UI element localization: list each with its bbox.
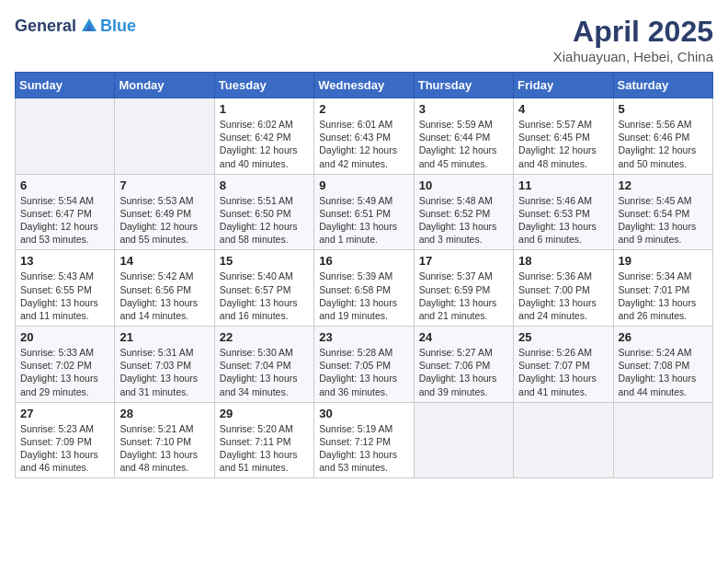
day-number: 18: [518, 254, 608, 268]
logo-general-text: General: [15, 17, 76, 36]
calendar-cell: 20Sunrise: 5:33 AMSunset: 7:02 PMDayligh…: [16, 327, 115, 403]
calendar-cell: 26Sunrise: 5:24 AMSunset: 7:08 PMDayligh…: [613, 327, 712, 403]
weekday-header-monday: Monday: [115, 73, 214, 98]
logo-icon: [78, 15, 100, 37]
day-info: Sunrise: 5:30 AMSunset: 7:04 PMDaylight:…: [220, 346, 309, 398]
calendar-cell: 13Sunrise: 5:43 AMSunset: 6:55 PMDayligh…: [16, 250, 115, 327]
logo: General Blue: [15, 15, 136, 37]
day-info: Sunrise: 5:23 AMSunset: 7:09 PMDaylight:…: [20, 422, 109, 475]
calendar-week-row: 1Sunrise: 6:02 AMSunset: 6:42 PMDaylight…: [16, 98, 713, 175]
weekday-header-sunday: Sunday: [16, 73, 115, 98]
day-info: Sunrise: 5:40 AMSunset: 6:57 PMDaylight:…: [220, 270, 309, 322]
day-number: 7: [119, 178, 209, 192]
weekday-header-row: SundayMondayTuesdayWednesdayThursdayFrid…: [16, 73, 713, 98]
calendar-week-row: 20Sunrise: 5:33 AMSunset: 7:02 PMDayligh…: [16, 327, 713, 403]
day-number: 17: [419, 254, 508, 268]
calendar-cell: 2Sunrise: 6:01 AMSunset: 6:43 PMDaylight…: [314, 98, 414, 175]
month-title: April 2025: [553, 15, 713, 49]
title-block: April 2025 Xiahuayuan, Hebei, China: [553, 15, 713, 64]
calendar-cell: 16Sunrise: 5:39 AMSunset: 6:58 PMDayligh…: [314, 250, 414, 327]
day-info: Sunrise: 5:33 AMSunset: 7:02 PMDaylight:…: [20, 346, 109, 398]
day-info: Sunrise: 5:26 AMSunset: 7:07 PMDaylight:…: [518, 346, 608, 398]
day-number: 2: [319, 102, 408, 116]
day-number: 8: [220, 178, 309, 192]
calendar-cell: 4Sunrise: 5:57 AMSunset: 6:45 PMDaylight…: [514, 98, 613, 175]
calendar-cell: 17Sunrise: 5:37 AMSunset: 6:59 PMDayligh…: [414, 250, 513, 327]
day-info: Sunrise: 5:49 AMSunset: 6:51 PMDaylight:…: [319, 194, 408, 247]
day-number: 3: [419, 102, 508, 116]
day-info: Sunrise: 5:31 AMSunset: 7:03 PMDaylight:…: [119, 346, 209, 398]
day-info: Sunrise: 6:02 AMSunset: 6:42 PMDaylight:…: [220, 118, 309, 170]
calendar-week-row: 27Sunrise: 5:23 AMSunset: 7:09 PMDayligh…: [16, 402, 713, 478]
day-info: Sunrise: 5:57 AMSunset: 6:45 PMDaylight:…: [518, 118, 608, 170]
calendar-cell: 11Sunrise: 5:46 AMSunset: 6:53 PMDayligh…: [514, 174, 613, 250]
day-number: 25: [518, 330, 608, 344]
calendar-cell: 27Sunrise: 5:23 AMSunset: 7:09 PMDayligh…: [16, 402, 115, 478]
day-info: Sunrise: 5:36 AMSunset: 7:00 PMDaylight:…: [518, 270, 608, 322]
calendar-cell: [514, 402, 613, 478]
calendar-cell: 29Sunrise: 5:20 AMSunset: 7:11 PMDayligh…: [214, 402, 313, 478]
calendar-cell: 8Sunrise: 5:51 AMSunset: 6:50 PMDaylight…: [214, 174, 313, 250]
calendar-header: SundayMondayTuesdayWednesdayThursdayFrid…: [16, 73, 713, 98]
calendar-cell: 10Sunrise: 5:48 AMSunset: 6:52 PMDayligh…: [414, 174, 513, 250]
day-number: 15: [220, 254, 309, 268]
day-info: Sunrise: 5:28 AMSunset: 7:05 PMDaylight:…: [319, 346, 408, 398]
day-number: 20: [20, 330, 109, 344]
calendar-cell: 1Sunrise: 6:02 AMSunset: 6:42 PMDaylight…: [214, 98, 313, 175]
calendar-week-row: 6Sunrise: 5:54 AMSunset: 6:47 PMDaylight…: [16, 174, 713, 250]
day-info: Sunrise: 5:54 AMSunset: 6:47 PMDaylight:…: [20, 194, 109, 247]
calendar-cell: 28Sunrise: 5:21 AMSunset: 7:10 PMDayligh…: [115, 402, 214, 478]
day-info: Sunrise: 6:01 AMSunset: 6:43 PMDaylight:…: [319, 118, 408, 170]
calendar-cell: [414, 402, 513, 478]
day-info: Sunrise: 5:53 AMSunset: 6:49 PMDaylight:…: [119, 194, 209, 247]
day-info: Sunrise: 5:37 AMSunset: 6:59 PMDaylight:…: [419, 270, 508, 322]
day-number: 19: [619, 254, 708, 268]
day-number: 26: [619, 330, 708, 344]
day-info: Sunrise: 5:21 AMSunset: 7:10 PMDaylight:…: [119, 422, 209, 475]
calendar-cell: 22Sunrise: 5:30 AMSunset: 7:04 PMDayligh…: [214, 327, 313, 403]
day-number: 27: [20, 407, 109, 420]
day-info: Sunrise: 5:51 AMSunset: 6:50 PMDaylight:…: [220, 194, 309, 247]
calendar-cell: 7Sunrise: 5:53 AMSunset: 6:49 PMDaylight…: [115, 174, 214, 250]
day-number: 24: [419, 330, 508, 344]
day-info: Sunrise: 5:34 AMSunset: 7:01 PMDaylight:…: [619, 270, 708, 322]
day-info: Sunrise: 5:48 AMSunset: 6:52 PMDaylight:…: [419, 194, 508, 247]
calendar-cell: [16, 98, 115, 175]
day-number: 14: [119, 254, 209, 268]
day-info: Sunrise: 5:42 AMSunset: 6:56 PMDaylight:…: [119, 270, 209, 322]
calendar-table: SundayMondayTuesdayWednesdayThursdayFrid…: [15, 72, 713, 478]
day-number: 16: [319, 254, 408, 268]
weekday-header-thursday: Thursday: [414, 73, 513, 98]
calendar-cell: 30Sunrise: 5:19 AMSunset: 7:12 PMDayligh…: [314, 402, 414, 478]
weekday-header-tuesday: Tuesday: [214, 73, 313, 98]
calendar-cell: 12Sunrise: 5:45 AMSunset: 6:54 PMDayligh…: [613, 174, 712, 250]
calendar-cell: [115, 98, 214, 175]
day-number: 4: [518, 102, 608, 116]
day-number: 11: [518, 178, 608, 192]
calendar-cell: 19Sunrise: 5:34 AMSunset: 7:01 PMDayligh…: [613, 250, 712, 327]
day-number: 22: [220, 330, 309, 344]
day-info: Sunrise: 5:43 AMSunset: 6:55 PMDaylight:…: [20, 270, 109, 322]
weekday-header-saturday: Saturday: [613, 73, 712, 98]
calendar-week-row: 13Sunrise: 5:43 AMSunset: 6:55 PMDayligh…: [16, 250, 713, 327]
day-info: Sunrise: 5:39 AMSunset: 6:58 PMDaylight:…: [319, 270, 408, 322]
page-header: General Blue April 2025 Xiahuayuan, Hebe…: [15, 15, 713, 64]
day-number: 9: [319, 178, 408, 192]
day-info: Sunrise: 5:45 AMSunset: 6:54 PMDaylight:…: [619, 194, 708, 247]
calendar-cell: [613, 402, 712, 478]
location-subtitle: Xiahuayuan, Hebei, China: [553, 49, 713, 64]
calendar-cell: 23Sunrise: 5:28 AMSunset: 7:05 PMDayligh…: [314, 327, 414, 403]
calendar-cell: 24Sunrise: 5:27 AMSunset: 7:06 PMDayligh…: [414, 327, 513, 403]
weekday-header-friday: Friday: [514, 73, 613, 98]
day-number: 23: [319, 330, 408, 344]
day-number: 5: [619, 102, 708, 116]
day-info: Sunrise: 5:20 AMSunset: 7:11 PMDaylight:…: [220, 422, 309, 475]
calendar-body: 1Sunrise: 6:02 AMSunset: 6:42 PMDaylight…: [16, 98, 713, 478]
calendar-cell: 9Sunrise: 5:49 AMSunset: 6:51 PMDaylight…: [314, 174, 414, 250]
day-number: 29: [220, 407, 309, 420]
day-info: Sunrise: 5:19 AMSunset: 7:12 PMDaylight:…: [319, 422, 408, 475]
calendar-cell: 3Sunrise: 5:59 AMSunset: 6:44 PMDaylight…: [414, 98, 513, 175]
calendar-cell: 15Sunrise: 5:40 AMSunset: 6:57 PMDayligh…: [214, 250, 313, 327]
day-info: Sunrise: 5:24 AMSunset: 7:08 PMDaylight:…: [619, 346, 708, 398]
calendar-cell: 18Sunrise: 5:36 AMSunset: 7:00 PMDayligh…: [514, 250, 613, 327]
